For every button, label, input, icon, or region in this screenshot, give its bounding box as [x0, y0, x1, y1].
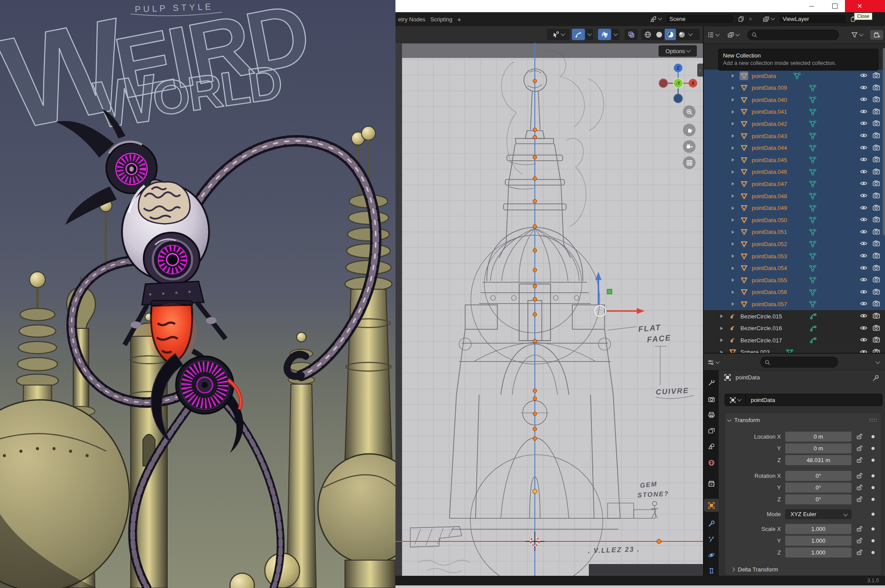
disable-in-renders-icon[interactable] [872, 84, 881, 92]
curve-control-point[interactable] [533, 225, 537, 229]
disable-in-renders-icon[interactable] [872, 204, 881, 213]
disclosure-triangle-icon[interactable] [732, 134, 734, 138]
curve-control-point[interactable] [533, 199, 537, 203]
rotation-mode-dropdown[interactable]: XYZ Euler [785, 509, 851, 519]
curve-control-point[interactable] [533, 297, 537, 301]
disclosure-triangle-icon[interactable] [732, 230, 734, 234]
maximize-button[interactable] [825, 0, 845, 12]
outliner-item-label[interactable]: BezierCircle.017 [740, 337, 782, 344]
scene-browse-button[interactable] [647, 14, 664, 24]
animate-property-dot[interactable] [871, 474, 875, 477]
outliner-item-label[interactable]: pointData.056 [752, 289, 787, 295]
curve-control-point[interactable] [533, 268, 537, 272]
hide-in-viewport-icon[interactable] [860, 192, 868, 200]
show-overlays-toggle[interactable] [572, 29, 585, 40]
viewlayer-browse-button[interactable] [760, 14, 777, 24]
disable-in-renders-icon[interactable] [872, 312, 881, 321]
hide-in-viewport-icon[interactable] [860, 240, 868, 248]
hide-in-viewport-icon[interactable] [860, 155, 868, 164]
outliner-row[interactable]: pointData.009 [704, 82, 885, 94]
move-gizmo[interactable] [594, 272, 645, 318]
lock-open-icon[interactable] [856, 525, 864, 533]
disclosure-triangle-icon[interactable] [732, 170, 734, 174]
outliner-item-label[interactable]: pointData.057 [752, 301, 787, 308]
gizmo-free-handle[interactable] [595, 305, 606, 317]
disable-in-renders-icon[interactable] [872, 276, 881, 284]
curve-control-point[interactable] [533, 249, 537, 253]
outliner-row[interactable]: pointData.043 [704, 130, 885, 142]
disable-in-renders-icon[interactable] [872, 179, 881, 188]
hide-in-viewport-icon[interactable] [860, 252, 868, 260]
outliner-filter-button[interactable] [851, 30, 868, 40]
disable-in-renders-icon[interactable] [872, 348, 881, 353]
outliner-row[interactable]: BezierCircle.015 [704, 310, 885, 322]
animate-property-dot[interactable] [871, 435, 875, 438]
active-control-point[interactable] [533, 489, 537, 493]
hide-in-viewport-icon[interactable] [860, 84, 868, 92]
hide-in-viewport-icon[interactable] [860, 204, 868, 213]
curve-control-point[interactable] [533, 427, 537, 431]
lock-open-icon[interactable] [856, 445, 864, 453]
properties-search-input[interactable] [760, 357, 838, 368]
outliner-row[interactable]: Sphere.003 [704, 346, 885, 353]
outliner-row[interactable]: pointData.053 [704, 250, 885, 262]
properties-tab-world[interactable] [704, 456, 719, 469]
hide-in-viewport-icon[interactable] [860, 264, 868, 273]
transform-panel-header[interactable]: Transform [725, 413, 881, 427]
pan-tool-button[interactable] [683, 124, 696, 136]
axis-z-neg-button[interactable] [674, 94, 682, 103]
disable-in-renders-icon[interactable] [872, 168, 881, 176]
hide-in-viewport-icon[interactable] [860, 324, 868, 333]
panel-grip-icon[interactable] [869, 418, 877, 422]
lock-open-icon[interactable] [856, 456, 864, 464]
axis-x-neg-button[interactable] [659, 79, 668, 88]
value-field[interactable]: 0° [785, 471, 851, 481]
outliner-item-label[interactable]: pointData.048 [752, 193, 787, 199]
disable-in-renders-icon[interactable] [872, 108, 881, 116]
outliner-row[interactable]: BezierCircle.016 [704, 322, 885, 335]
outliner-item-label[interactable]: pointData.051 [752, 229, 787, 235]
navigation-axis-gizmo[interactable]: Z X -Y [652, 55, 704, 108]
properties-tab-particles[interactable] [704, 533, 719, 546]
outliner-item-label[interactable]: BezierCircle.015 [740, 313, 782, 320]
disclosure-triangle-icon[interactable] [732, 158, 734, 162]
animate-property-dot[interactable] [871, 527, 875, 531]
disable-in-renders-icon[interactable] [872, 216, 881, 224]
value-field[interactable]: 1.000 [785, 547, 851, 558]
outliner-filter-id-button[interactable] [727, 30, 744, 40]
value-field[interactable]: 1.000 [785, 536, 851, 546]
orbit-gizmo-toggle[interactable] [598, 29, 611, 40]
show-gizmos-toggle[interactable] [547, 29, 570, 40]
outliner-scrollbar[interactable] [883, 48, 885, 235]
value-field[interactable]: 0 m [785, 432, 851, 442]
orbit-dropdown[interactable] [611, 29, 619, 40]
properties-tab-modifiers[interactable] [704, 517, 719, 530]
lock-open-icon[interactable] [856, 549, 864, 557]
disclosure-triangle-icon[interactable] [732, 146, 734, 150]
disclosure-triangle-icon[interactable] [732, 194, 734, 198]
disable-in-renders-icon[interactable] [872, 252, 881, 260]
outliner-item-label[interactable]: pointData.054 [752, 265, 787, 271]
scene-unlink-button[interactable]: × [747, 14, 754, 24]
disclosure-triangle-icon[interactable] [732, 74, 734, 78]
disable-in-renders-icon[interactable] [872, 228, 881, 237]
object-name-field[interactable]: pointData [725, 394, 882, 406]
close-button[interactable]: ✕ [845, 0, 885, 12]
disclosure-triangle-icon[interactable] [732, 86, 734, 90]
disclosure-triangle-icon[interactable] [732, 254, 734, 258]
shading-rendered-button[interactable] [676, 31, 687, 38]
hide-in-viewport-icon[interactable] [860, 119, 868, 128]
tab-geometry-nodes[interactable]: etry Nodes [398, 12, 426, 26]
value-field[interactable]: 0° [785, 494, 851, 504]
disclosure-triangle-icon[interactable] [732, 291, 734, 294]
outliner-item-label[interactable]: pointData.053 [752, 253, 787, 260]
outliner-item-label[interactable]: pointData [752, 73, 776, 79]
disclosure-triangle-icon[interactable] [732, 98, 734, 101]
value-field[interactable]: 0 m [785, 443, 851, 453]
disable-in-renders-icon[interactable] [872, 119, 881, 128]
animate-property-dot[interactable] [871, 539, 875, 542]
hide-in-viewport-icon[interactable] [860, 179, 868, 188]
new-collection-button[interactable] [870, 30, 883, 40]
hide-in-viewport-icon[interactable] [860, 288, 868, 297]
shading-dropdown[interactable] [689, 31, 693, 36]
